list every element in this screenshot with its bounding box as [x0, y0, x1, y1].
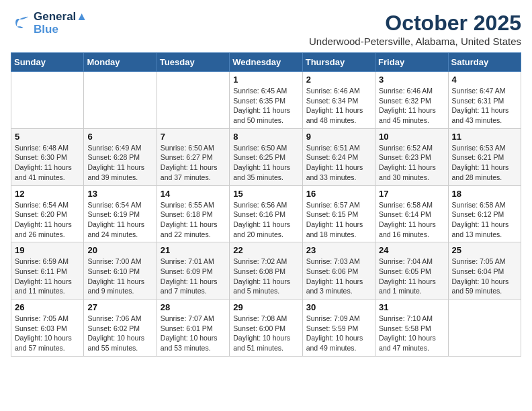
day-info: Sunrise: 7:10 AM Sunset: 5:58 PM Dayligh…: [379, 314, 444, 353]
day-info: Sunrise: 6:50 AM Sunset: 6:25 PM Dayligh…: [233, 143, 298, 183]
day-info: Sunrise: 7:00 AM Sunset: 6:10 PM Dayligh…: [87, 257, 152, 296]
day-number: 5: [15, 132, 80, 142]
day-number: 3: [379, 75, 444, 85]
day-number: 12: [15, 189, 80, 199]
day-number: 18: [452, 189, 517, 199]
day-number: 9: [306, 132, 371, 142]
calendar-day-cell: 11Sunrise: 6:53 AM Sunset: 6:21 PM Dayli…: [448, 128, 521, 185]
day-info: Sunrise: 6:52 AM Sunset: 6:23 PM Dayligh…: [379, 143, 444, 183]
day-number: 14: [161, 189, 226, 199]
day-number: 22: [233, 245, 298, 255]
day-info: Sunrise: 6:54 AM Sunset: 6:20 PM Dayligh…: [15, 200, 80, 240]
day-number: 23: [306, 245, 371, 255]
day-info: Sunrise: 6:56 AM Sunset: 6:16 PM Dayligh…: [233, 200, 298, 240]
day-number: 2: [306, 75, 371, 85]
empty-cell: [11, 72, 84, 129]
empty-cell: [84, 72, 157, 129]
day-info: Sunrise: 6:55 AM Sunset: 6:18 PM Dayligh…: [161, 200, 226, 240]
calendar-day-cell: 29Sunrise: 7:08 AM Sunset: 6:00 PM Dayli…: [230, 300, 302, 357]
calendar-day-cell: 28Sunrise: 7:07 AM Sunset: 6:01 PM Dayli…: [157, 300, 229, 357]
day-number: 28: [161, 302, 226, 312]
day-number: 21: [161, 245, 226, 255]
day-info: Sunrise: 6:46 AM Sunset: 6:32 PM Dayligh…: [379, 86, 444, 126]
calendar-week-row: 1Sunrise: 6:45 AM Sunset: 6:35 PM Daylig…: [11, 72, 521, 129]
calendar-day-cell: 26Sunrise: 7:05 AM Sunset: 6:03 PM Dayli…: [11, 300, 84, 357]
calendar-week-row: 19Sunrise: 6:59 AM Sunset: 6:11 PM Dayli…: [11, 242, 521, 300]
day-number: 31: [379, 302, 444, 312]
weekday-header-friday: Friday: [375, 53, 448, 72]
calendar-day-cell: 4Sunrise: 6:47 AM Sunset: 6:31 PM Daylig…: [448, 72, 521, 129]
day-info: Sunrise: 6:53 AM Sunset: 6:21 PM Dayligh…: [452, 143, 517, 183]
calendar-day-cell: 17Sunrise: 6:58 AM Sunset: 6:14 PM Dayli…: [375, 185, 448, 242]
weekday-header-wednesday: Wednesday: [230, 53, 302, 72]
calendar-day-cell: 8Sunrise: 6:50 AM Sunset: 6:25 PM Daylig…: [230, 128, 302, 185]
day-number: 6: [87, 132, 152, 142]
day-number: 10: [379, 132, 444, 142]
day-number: 24: [379, 245, 444, 255]
day-info: Sunrise: 7:02 AM Sunset: 6:08 PM Dayligh…: [233, 257, 298, 296]
day-info: Sunrise: 6:50 AM Sunset: 6:27 PM Dayligh…: [161, 143, 226, 183]
calendar-day-cell: 16Sunrise: 6:57 AM Sunset: 6:15 PM Dayli…: [302, 185, 375, 242]
day-number: 17: [379, 189, 444, 199]
logo-text: General▲ Blue: [34, 11, 87, 36]
day-info: Sunrise: 7:03 AM Sunset: 6:06 PM Dayligh…: [306, 257, 371, 296]
day-info: Sunrise: 6:48 AM Sunset: 6:30 PM Dayligh…: [15, 143, 80, 183]
day-info: Sunrise: 6:58 AM Sunset: 6:14 PM Dayligh…: [379, 200, 444, 240]
empty-cell: [157, 72, 229, 129]
day-info: Sunrise: 6:45 AM Sunset: 6:35 PM Dayligh…: [233, 86, 298, 126]
calendar-week-row: 5Sunrise: 6:48 AM Sunset: 6:30 PM Daylig…: [11, 128, 521, 185]
calendar-day-cell: 9Sunrise: 6:51 AM Sunset: 6:24 PM Daylig…: [302, 128, 375, 185]
page-header: General▲ Blue October 2025 Underwood-Pet…: [11, 11, 521, 47]
calendar-day-cell: 31Sunrise: 7:10 AM Sunset: 5:58 PM Dayli…: [375, 300, 448, 357]
day-info: Sunrise: 6:49 AM Sunset: 6:28 PM Dayligh…: [87, 143, 152, 183]
empty-cell: [448, 300, 521, 357]
day-number: 4: [452, 75, 517, 85]
day-number: 20: [87, 245, 152, 255]
calendar-day-cell: 25Sunrise: 7:05 AM Sunset: 6:04 PM Dayli…: [448, 242, 521, 300]
day-number: 15: [233, 189, 298, 199]
calendar-day-cell: 5Sunrise: 6:48 AM Sunset: 6:30 PM Daylig…: [11, 128, 84, 185]
calendar-day-cell: 14Sunrise: 6:55 AM Sunset: 6:18 PM Dayli…: [157, 185, 229, 242]
day-info: Sunrise: 7:09 AM Sunset: 5:59 PM Dayligh…: [306, 314, 371, 353]
day-number: 11: [452, 132, 517, 142]
month-title: October 2025: [309, 11, 521, 36]
calendar-day-cell: 12Sunrise: 6:54 AM Sunset: 6:20 PM Dayli…: [11, 185, 84, 242]
day-info: Sunrise: 7:08 AM Sunset: 6:00 PM Dayligh…: [233, 314, 298, 353]
calendar-week-row: 12Sunrise: 6:54 AM Sunset: 6:20 PM Dayli…: [11, 185, 521, 242]
day-number: 30: [306, 302, 371, 312]
weekday-header-thursday: Thursday: [302, 53, 375, 72]
day-number: 7: [161, 132, 226, 142]
day-info: Sunrise: 6:57 AM Sunset: 6:15 PM Dayligh…: [306, 200, 371, 240]
day-info: Sunrise: 6:58 AM Sunset: 6:12 PM Dayligh…: [452, 200, 517, 240]
calendar-day-cell: 3Sunrise: 6:46 AM Sunset: 6:32 PM Daylig…: [375, 72, 448, 129]
calendar-day-cell: 20Sunrise: 7:00 AM Sunset: 6:10 PM Dayli…: [84, 242, 157, 300]
calendar-day-cell: 15Sunrise: 6:56 AM Sunset: 6:16 PM Dayli…: [230, 185, 302, 242]
calendar-day-cell: 1Sunrise: 6:45 AM Sunset: 6:35 PM Daylig…: [230, 72, 302, 129]
calendar-day-cell: 30Sunrise: 7:09 AM Sunset: 5:59 PM Dayli…: [302, 300, 375, 357]
day-info: Sunrise: 7:04 AM Sunset: 6:05 PM Dayligh…: [379, 257, 444, 296]
day-info: Sunrise: 7:07 AM Sunset: 6:01 PM Dayligh…: [161, 314, 226, 353]
calendar-day-cell: 19Sunrise: 6:59 AM Sunset: 6:11 PM Dayli…: [11, 242, 84, 300]
day-info: Sunrise: 7:01 AM Sunset: 6:09 PM Dayligh…: [161, 257, 226, 296]
day-number: 29: [233, 302, 298, 312]
day-number: 8: [233, 132, 298, 142]
calendar-day-cell: 27Sunrise: 7:06 AM Sunset: 6:02 PM Dayli…: [84, 300, 157, 357]
day-info: Sunrise: 6:47 AM Sunset: 6:31 PM Dayligh…: [452, 86, 517, 126]
calendar-day-cell: 21Sunrise: 7:01 AM Sunset: 6:09 PM Dayli…: [157, 242, 229, 300]
calendar-day-cell: 23Sunrise: 7:03 AM Sunset: 6:06 PM Dayli…: [302, 242, 375, 300]
weekday-header-row: SundayMondayTuesdayWednesdayThursdayFrid…: [11, 53, 521, 72]
day-info: Sunrise: 6:51 AM Sunset: 6:24 PM Dayligh…: [306, 143, 371, 183]
calendar-week-row: 26Sunrise: 7:05 AM Sunset: 6:03 PM Dayli…: [11, 300, 521, 357]
day-number: 19: [15, 245, 80, 255]
logo: General▲ Blue: [11, 11, 87, 36]
day-info: Sunrise: 7:06 AM Sunset: 6:02 PM Dayligh…: [87, 314, 152, 353]
title-block: October 2025 Underwood-Petersville, Alab…: [309, 11, 521, 47]
day-number: 13: [87, 189, 152, 199]
calendar-day-cell: 2Sunrise: 6:46 AM Sunset: 6:34 PM Daylig…: [302, 72, 375, 129]
day-number: 25: [452, 245, 517, 255]
calendar-day-cell: 13Sunrise: 6:54 AM Sunset: 6:19 PM Dayli…: [84, 185, 157, 242]
day-info: Sunrise: 7:05 AM Sunset: 6:04 PM Dayligh…: [452, 257, 517, 296]
day-info: Sunrise: 6:54 AM Sunset: 6:19 PM Dayligh…: [87, 200, 152, 240]
day-number: 16: [306, 189, 371, 199]
calendar-day-cell: 6Sunrise: 6:49 AM Sunset: 6:28 PM Daylig…: [84, 128, 157, 185]
